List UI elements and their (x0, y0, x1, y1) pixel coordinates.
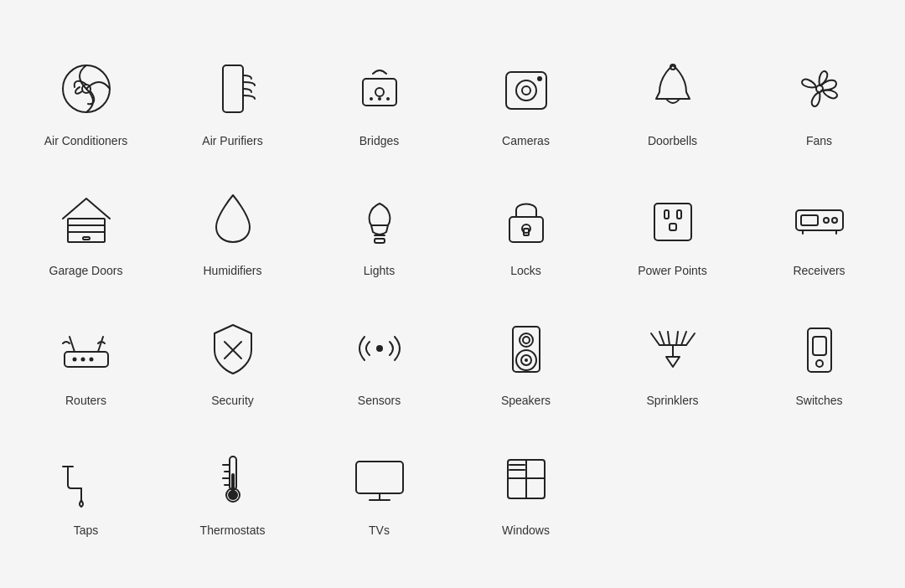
svg-point-44 (520, 333, 533, 347)
item-garage-doors[interactable]: Garage Doors (17, 168, 155, 290)
item-tvs[interactable]: TVs (310, 428, 448, 549)
sprinklers-label: Sprinklers (646, 394, 698, 407)
taps-label: Taps (74, 524, 99, 537)
item-switches[interactable]: Switches (750, 298, 888, 420)
svg-line-51 (651, 333, 659, 345)
bridges-icon (346, 55, 413, 122)
svg-point-7 (386, 97, 390, 101)
svg-rect-14 (68, 219, 105, 242)
item-cameras[interactable]: Cameras (457, 39, 595, 160)
category-grid: Air Conditioners Air Purifiers (17, 39, 888, 549)
svg-point-39 (89, 358, 93, 362)
item-routers[interactable]: Routers (17, 298, 155, 420)
svg-line-52 (659, 332, 665, 345)
svg-point-37 (72, 358, 76, 362)
item-fans[interactable]: Fans (750, 39, 888, 160)
power-points-label: Power Points (638, 264, 706, 277)
power-points-icon (639, 185, 706, 252)
svg-point-12 (670, 64, 675, 70)
svg-rect-25 (665, 210, 669, 219)
item-humidifiers[interactable]: Humidifiers (163, 168, 302, 290)
svg-rect-28 (796, 210, 843, 230)
svg-line-56 (676, 332, 678, 345)
item-sprinklers[interactable]: Sprinklers (603, 298, 742, 420)
item-sensors[interactable]: Sensors (310, 298, 448, 420)
sensors-icon (346, 315, 413, 382)
svg-point-11 (537, 76, 542, 81)
svg-point-6 (378, 97, 381, 101)
svg-rect-57 (808, 328, 831, 372)
doorbells-icon (639, 55, 706, 122)
routers-label: Routers (65, 394, 106, 407)
svg-rect-26 (677, 210, 681, 219)
humidifiers-icon (199, 185, 266, 252)
svg-rect-3 (363, 79, 396, 106)
switches-label: Switches (795, 394, 842, 407)
svg-rect-58 (813, 337, 826, 355)
item-speakers[interactable]: Speakers (457, 298, 595, 420)
svg-point-42 (376, 345, 383, 352)
garage-doors-icon (53, 185, 120, 252)
cameras-label: Cameras (502, 134, 550, 147)
security-icon (199, 315, 266, 382)
svg-point-59 (816, 360, 823, 367)
svg-point-66 (228, 490, 238, 500)
tvs-label: TVs (369, 524, 390, 537)
svg-line-53 (668, 332, 670, 345)
svg-rect-17 (83, 237, 90, 240)
garage-doors-label: Garage Doors (49, 264, 123, 277)
svg-point-38 (80, 358, 85, 362)
air-purifiers-icon (199, 55, 266, 122)
item-windows[interactable]: Windows (457, 428, 595, 549)
svg-point-10 (522, 86, 530, 95)
tvs-icon (346, 445, 413, 512)
locks-icon (493, 185, 560, 252)
svg-point-4 (375, 88, 384, 96)
lights-icon (346, 185, 413, 252)
windows-icon (493, 445, 560, 512)
item-air-conditioners[interactable]: Air Conditioners (17, 39, 155, 160)
svg-point-31 (832, 218, 837, 223)
sensors-label: Sensors (358, 394, 401, 407)
svg-rect-24 (654, 204, 691, 240)
doorbells-label: Doorbells (648, 134, 697, 147)
thermostats-icon (199, 445, 266, 512)
item-taps[interactable]: Taps (17, 428, 155, 549)
svg-point-45 (523, 337, 530, 343)
locks-label: Locks (510, 264, 541, 277)
svg-point-9 (516, 80, 536, 101)
security-label: Security (211, 394, 254, 407)
svg-line-54 (686, 333, 695, 345)
air-conditioners-label: Air Conditioners (44, 134, 128, 147)
speakers-label: Speakers (501, 394, 551, 407)
svg-rect-34 (65, 352, 108, 367)
receivers-label: Receivers (793, 264, 845, 277)
routers-icon (53, 315, 120, 382)
item-air-purifiers[interactable]: Air Purifiers (163, 39, 302, 160)
air-purifiers-label: Air Purifiers (202, 134, 262, 147)
cameras-icon (493, 55, 560, 122)
item-thermostats[interactable]: Thermostats (163, 428, 302, 549)
receivers-icon (786, 185, 853, 252)
item-lights[interactable]: Lights (310, 168, 448, 290)
taps-icon (53, 445, 120, 512)
lights-label: Lights (364, 264, 395, 277)
fans-icon (786, 55, 853, 122)
sprinklers-icon (639, 315, 706, 382)
item-security[interactable]: Security (163, 298, 302, 420)
svg-rect-2 (223, 65, 243, 112)
svg-point-5 (370, 97, 373, 101)
svg-point-48 (525, 358, 528, 362)
item-doorbells[interactable]: Doorbells (603, 39, 742, 160)
svg-rect-29 (801, 215, 818, 225)
item-receivers[interactable]: Receivers (750, 168, 888, 290)
svg-rect-27 (670, 224, 676, 230)
item-locks[interactable]: Locks (457, 168, 595, 290)
svg-rect-71 (356, 462, 403, 493)
svg-line-36 (98, 337, 103, 352)
item-bridges[interactable]: Bridges (310, 39, 448, 160)
item-power-points[interactable]: Power Points (603, 168, 742, 290)
windows-label: Windows (502, 524, 550, 537)
air-conditioners-icon (53, 55, 120, 122)
humidifiers-label: Humidifiers (203, 264, 261, 277)
